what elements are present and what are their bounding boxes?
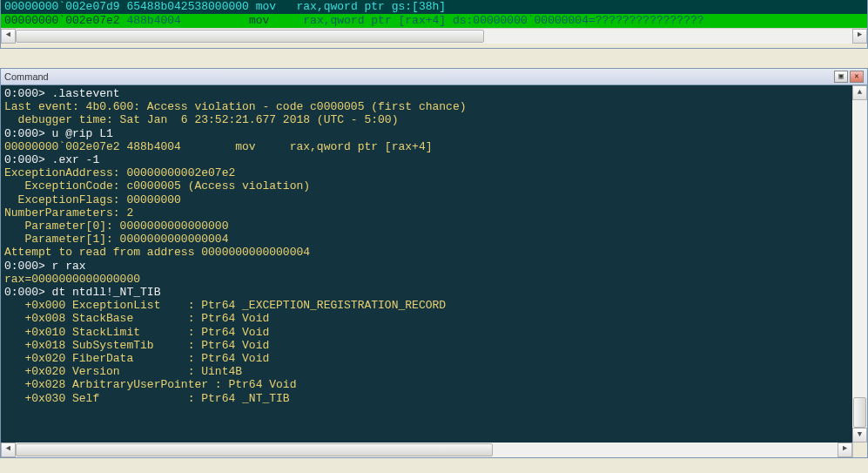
output-line: 0:000> r rax: [4, 260, 86, 273]
output-line: ExceptionCode: c0000005 (Access violatio…: [4, 179, 310, 193]
output-line: Parameter[1]: 0000000000000004: [4, 233, 228, 246]
output-line: Parameter[0]: 0000000000000000: [4, 220, 228, 233]
disassembly-content[interactable]: 00000000`002e07d9 65488b042538000000 mov…: [1, 0, 867, 28]
output-line: ExceptionFlags: 00000000: [4, 193, 181, 206]
panel-gap: [0, 49, 868, 68]
scrollbar-corner: [852, 443, 867, 457]
output-line: debugger time: Sat Jan 6 23:52:21.677 20…: [4, 113, 398, 126]
scroll-thumb[interactable]: [16, 30, 484, 43]
dock-button[interactable]: ▣: [834, 71, 848, 83]
disasm-line-current: 00000000`002e07e2 488b4004 mov rax,qword…: [1, 14, 867, 28]
scroll-down-button[interactable]: ▼: [852, 428, 867, 443]
scroll-track[interactable]: [852, 100, 867, 428]
output-line: 00000000`002e07e2 488b4004 mov rax,qword…: [4, 140, 432, 153]
scroll-track[interactable]: [16, 29, 852, 44]
scroll-right-button[interactable]: ►: [852, 29, 867, 44]
output-line: +0x020 Version : Uint4B: [4, 365, 242, 378]
command-output[interactable]: 0:000> .lasteventLast event: 4b0.600: Ac…: [1, 85, 852, 443]
output-line: 0:000> .exr -1: [4, 153, 99, 166]
output-line: +0x018 SubSystemTib : Ptr64 Void: [4, 339, 269, 352]
output-line: +0x000 ExceptionList : Ptr64 _EXCEPTION_…: [4, 299, 446, 312]
command-vscrollbar[interactable]: ▲ ▼: [852, 85, 867, 443]
output-line: +0x030 Self : Ptr64 _NT_TIB: [4, 392, 290, 405]
command-window: Command ▣ ✕ 0:000> .lasteventLast event:…: [0, 68, 868, 458]
output-line: 0:000> dt ntdll!_NT_TIB: [4, 286, 160, 299]
output-line: +0x028 ArbitraryUserPointer : Ptr64 Void: [4, 378, 296, 391]
scroll-up-button[interactable]: ▲: [852, 85, 867, 100]
output-line: Attempt to read from address 00000000000…: [4, 246, 310, 259]
output-line: ExceptionAddress: 00000000002e07e2: [4, 166, 235, 179]
scroll-left-button[interactable]: ◄: [1, 443, 16, 457]
command-titlebar[interactable]: Command ▣ ✕: [1, 69, 867, 85]
scroll-right-button[interactable]: ►: [838, 443, 852, 457]
command-title: Command: [4, 71, 832, 82]
scroll-track[interactable]: [16, 443, 838, 457]
output-line: 0:000> .lastevent: [4, 87, 120, 100]
disasm-hscrollbar[interactable]: ◄ ►: [1, 28, 867, 43]
output-line: +0x008 StackBase : Ptr64 Void: [4, 312, 269, 325]
output-line: rax=0000000000000000: [4, 273, 140, 286]
disasm-line: 00000000`002e07d9 65488b042538000000 mov…: [1, 0, 867, 14]
command-hscrollbar[interactable]: ◄ ►: [1, 443, 867, 457]
output-line: +0x010 StackLimit : Ptr64 Void: [4, 326, 269, 339]
output-line: Last event: 4b0.600: Access violation - …: [4, 100, 467, 113]
disassembly-panel: 00000000`002e07d9 65488b042538000000 mov…: [0, 0, 868, 49]
scroll-left-button[interactable]: ◄: [1, 29, 16, 44]
close-button[interactable]: ✕: [850, 71, 864, 83]
output-line: +0x020 FiberData : Ptr64 Void: [4, 352, 269, 365]
scroll-thumb[interactable]: [853, 397, 866, 428]
output-line: 0:000> u @rip L1: [4, 127, 113, 140]
output-line: NumberParameters: 2: [4, 206, 133, 220]
scroll-thumb[interactable]: [16, 443, 493, 456]
